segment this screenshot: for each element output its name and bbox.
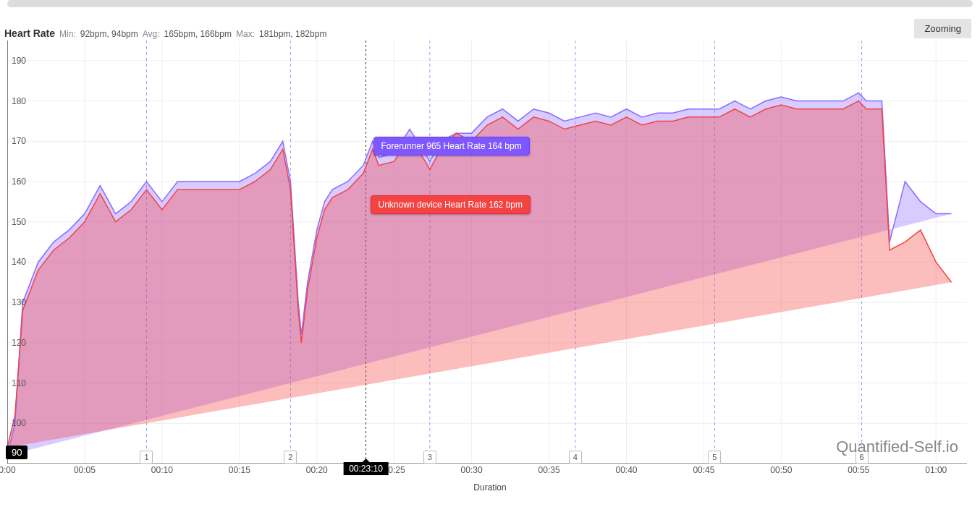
tooltip-series-2: Unknown device Heart Rate 162 bpm (371, 195, 531, 214)
y-tick-label: 110 (12, 378, 26, 388)
avg-label: Avg: (143, 29, 160, 39)
y-tick-label: 190 (12, 56, 26, 66)
x-tick-label: 01:00 (925, 465, 947, 475)
x-tick-label: 00:45 (693, 465, 714, 475)
x-tick-label: 00:55 (848, 465, 869, 475)
max-value: 181bpm, 182bpm (259, 29, 326, 39)
chart-title: Heart Rate (4, 27, 55, 39)
x-tick-label: 00:10 (151, 465, 173, 475)
lap-marker[interactable]: 4 (569, 451, 582, 464)
min-label: Min: (59, 29, 76, 39)
x-axis-label: Duration (473, 482, 506, 493)
x-tick-label: 00:35 (538, 465, 560, 475)
avg-value: 165bpm, 166bpm (164, 29, 232, 39)
min-value: 92bpm, 94bpm (80, 29, 138, 39)
tooltip-series-1: Forerunner 965 Heart Rate 164 bpm (373, 137, 530, 155)
x-tick-label: 00:30 (461, 465, 483, 475)
cursor-time-badge: 00:23:10 (343, 462, 389, 475)
start-value-badge: 90 (6, 446, 28, 459)
y-tick-label: 130 (12, 297, 26, 307)
heart-rate-chart[interactable] (7, 41, 967, 464)
x-tick-label: 0:00 (0, 465, 16, 475)
lap-marker[interactable]: 5 (708, 451, 721, 464)
y-tick-label: 100 (12, 418, 26, 428)
y-tick-label: 150 (12, 217, 26, 227)
y-tick-label: 180 (12, 96, 26, 106)
y-tick-label: 120 (12, 338, 26, 348)
lap-marker[interactable]: 2 (284, 451, 297, 464)
chart-stats-header: Heart Rate Min: 92bpm, 94bpm Avg: 165bpm… (4, 27, 326, 39)
x-tick-label: 00:05 (74, 465, 96, 475)
y-tick-label: 140 (12, 257, 26, 267)
lap-marker[interactable]: 1 (140, 451, 153, 464)
y-tick-label: 170 (12, 136, 26, 146)
lap-marker[interactable]: 3 (423, 451, 436, 464)
lap-marker[interactable]: 6 (856, 451, 869, 464)
x-tick-label: 00:20 (306, 465, 328, 475)
x-tick-label: 00:40 (615, 465, 637, 475)
max-label: Max: (236, 29, 255, 39)
x-tick-label: 00:50 (770, 465, 792, 475)
zoom-button[interactable]: Zooming (914, 19, 971, 38)
x-tick-label: 00:15 (229, 465, 250, 475)
y-tick-label: 160 (12, 176, 26, 187)
horizontal-scrollbar[interactable] (7, 0, 973, 7)
